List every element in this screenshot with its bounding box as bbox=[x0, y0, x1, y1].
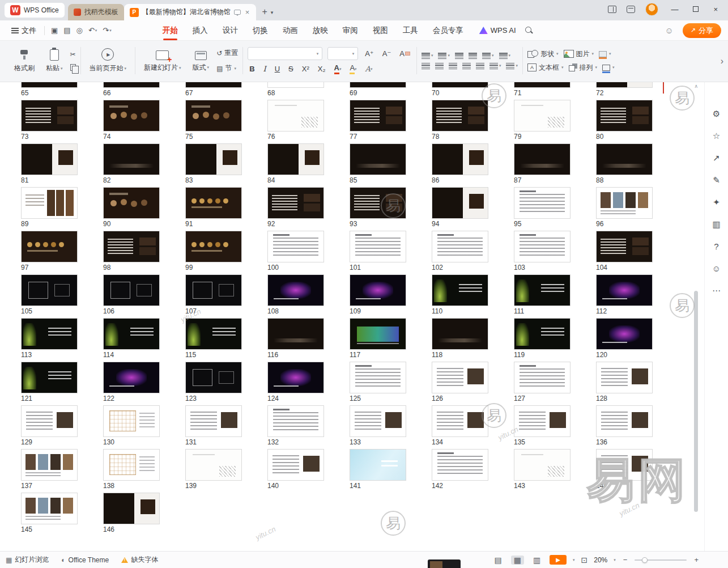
slide-thumbnail-133[interactable] bbox=[350, 405, 406, 437]
shapes-button[interactable]: 形状▾ bbox=[527, 49, 559, 59]
normal-view-button[interactable]: ▤ bbox=[492, 556, 505, 565]
distribute-button[interactable] bbox=[476, 63, 484, 69]
font-color-button[interactable]: A▾ bbox=[333, 64, 343, 74]
slide-thumbnail-98[interactable] bbox=[103, 231, 160, 262]
slide-thumbnail-84[interactable] bbox=[267, 143, 324, 175]
slide-thumbnail-80[interactable] bbox=[596, 100, 653, 132]
redo-caret-icon[interactable]: ▾ bbox=[109, 28, 112, 33]
section-button[interactable]: ▤节▾ bbox=[216, 63, 238, 73]
favorites-icon[interactable]: ☆ bbox=[713, 132, 720, 140]
annotate-icon[interactable]: ✎ bbox=[713, 176, 720, 184]
feedback-icon[interactable]: ☺ bbox=[712, 264, 721, 273]
numbering-button[interactable]: ▾ bbox=[438, 53, 450, 59]
slide-thumbnail-111[interactable] bbox=[514, 274, 571, 306]
slide-sorter-view-button[interactable]: ▦ bbox=[511, 556, 524, 565]
slide-thumbnail-124[interactable] bbox=[267, 362, 324, 393]
effects-icon[interactable]: ✦ bbox=[713, 198, 720, 206]
slide-thumbnail-77[interactable] bbox=[350, 100, 406, 132]
slide-thumbnail-66[interactable] bbox=[103, 82, 160, 88]
slide-thumbnail-114[interactable] bbox=[103, 318, 160, 350]
zoom-slider-handle[interactable] bbox=[642, 557, 648, 563]
play-from-current-button[interactable]: ▶ 当前页开始▾ bbox=[86, 44, 131, 77]
menu-tab-slideshow[interactable]: 放映 bbox=[313, 21, 328, 40]
slide-thumbnail-69[interactable] bbox=[350, 82, 406, 88]
bullets-button[interactable]: ▾ bbox=[422, 53, 433, 59]
redo-button[interactable]: ↷▾ bbox=[100, 26, 114, 35]
slide-thumbnail-94[interactable] bbox=[432, 187, 488, 219]
slide-thumbnail-101[interactable] bbox=[350, 231, 406, 262]
clear-format-button[interactable]: A bbox=[398, 49, 412, 58]
tab-list-caret-icon[interactable]: ▾ bbox=[271, 10, 274, 15]
slide-thumbnail-91[interactable] bbox=[185, 187, 242, 219]
superscript-button[interactable]: X² bbox=[300, 65, 311, 73]
slide-thumbnail-145[interactable] bbox=[21, 493, 78, 524]
slideshow-play-button[interactable]: ▶ bbox=[550, 555, 567, 565]
menu-tab-tools[interactable]: 工具 bbox=[403, 21, 418, 40]
save-button[interactable]: ▣ bbox=[48, 26, 61, 35]
slide-thumbnail-99[interactable] bbox=[185, 231, 242, 262]
menu-tab-member[interactable]: 会员专享 bbox=[433, 21, 463, 40]
file-menu-button[interactable]: 文件 bbox=[7, 26, 41, 36]
tab-docer-templates[interactable]: 找稻壳模板 bbox=[68, 4, 124, 20]
slide-thumbnail-67[interactable] bbox=[185, 82, 242, 88]
slide-thumbnail-129[interactable] bbox=[21, 405, 78, 437]
slide-thumbnail-144[interactable] bbox=[596, 449, 653, 481]
slide-thumbnail-72[interactable] bbox=[596, 82, 653, 88]
slide-thumbnail-75[interactable] bbox=[185, 100, 242, 132]
slide-thumbnail-81[interactable] bbox=[21, 143, 78, 175]
text-direction-button[interactable]: ▾ bbox=[482, 53, 494, 59]
slide-thumbnail-107[interactable] bbox=[185, 274, 242, 306]
slide-thumbnail-134[interactable] bbox=[432, 405, 488, 437]
columns-button[interactable]: ▾ bbox=[506, 63, 518, 69]
comment-bubble-icon[interactable] bbox=[234, 10, 241, 15]
slide-thumbnail-132[interactable] bbox=[267, 405, 324, 437]
export-icon[interactable]: ↗ bbox=[713, 154, 720, 162]
slide-thumbnail-131[interactable] bbox=[185, 405, 242, 437]
slide-thumbnail-117[interactable] bbox=[350, 318, 406, 350]
highlight-color-button[interactable]: A▾ bbox=[348, 64, 358, 74]
cut-button[interactable]: ✂ bbox=[70, 50, 76, 58]
ribbon-expand-icon[interactable]: › bbox=[721, 56, 723, 66]
align-center-button[interactable] bbox=[435, 63, 444, 69]
slide-thumbnail-127[interactable] bbox=[514, 362, 571, 393]
fit-to-window-icon[interactable]: ⊡ bbox=[581, 556, 588, 565]
view-mode-indicator[interactable]: ▦ 幻灯片浏览 bbox=[6, 555, 49, 565]
align-right-button[interactable] bbox=[449, 63, 457, 69]
format-painter-button[interactable]: 格式刷 bbox=[10, 44, 39, 77]
slide-thumbnail-108[interactable] bbox=[267, 274, 324, 306]
maximize-button[interactable] bbox=[691, 5, 701, 14]
share-button[interactable]: ↗ 分享 bbox=[683, 23, 721, 38]
reading-view-button[interactable]: ▥ bbox=[530, 556, 543, 565]
slide-thumbnail-70[interactable] bbox=[432, 82, 488, 88]
slide-thumbnail-97[interactable] bbox=[21, 231, 78, 262]
slide-thumbnail-86[interactable] bbox=[432, 143, 488, 175]
justify-button[interactable] bbox=[462, 63, 471, 69]
print-button[interactable]: ▤ bbox=[61, 26, 73, 35]
scrollbar-up-icon[interactable]: ∧ bbox=[694, 83, 698, 89]
slide-thumbnail-123[interactable] bbox=[185, 362, 242, 393]
align-left-button[interactable] bbox=[422, 63, 430, 69]
font-size-select[interactable]: ▾ bbox=[327, 47, 358, 60]
slide-thumbnail-112[interactable] bbox=[596, 274, 653, 306]
slide-thumbnail-104[interactable] bbox=[596, 231, 653, 262]
menu-tab-design[interactable]: 设计 bbox=[223, 21, 238, 40]
search-icon[interactable] bbox=[525, 27, 533, 35]
subscript-button[interactable]: X₂ bbox=[316, 65, 327, 73]
layout-button[interactable]: 版式▾ bbox=[189, 44, 214, 77]
slide-thumbnail-119[interactable] bbox=[514, 318, 571, 350]
panels-icon[interactable]: ▥ bbox=[712, 220, 720, 228]
slide-thumbnail-113[interactable] bbox=[21, 318, 78, 350]
slide-thumbnail-78[interactable] bbox=[432, 100, 488, 132]
office-theme-button[interactable]: ◐ Office Theme bbox=[61, 556, 109, 564]
slide-thumbnail-126[interactable] bbox=[432, 362, 488, 393]
tab-close-icon[interactable]: × bbox=[244, 9, 251, 16]
decrease-indent-button[interactable] bbox=[455, 53, 463, 59]
slide-thumbnail-137[interactable] bbox=[21, 449, 78, 481]
slide-thumbnail-73[interactable] bbox=[21, 100, 78, 132]
slide-thumbnail-138[interactable] bbox=[103, 449, 160, 481]
menu-tab-home[interactable]: 开始 bbox=[163, 21, 178, 40]
menu-tab-insert[interactable]: 插入 bbox=[193, 21, 208, 40]
minimize-button[interactable]: — bbox=[669, 5, 680, 14]
slide-thumbnail-143[interactable] bbox=[514, 449, 571, 481]
zoom-caret-icon[interactable]: ▾ bbox=[614, 558, 616, 562]
